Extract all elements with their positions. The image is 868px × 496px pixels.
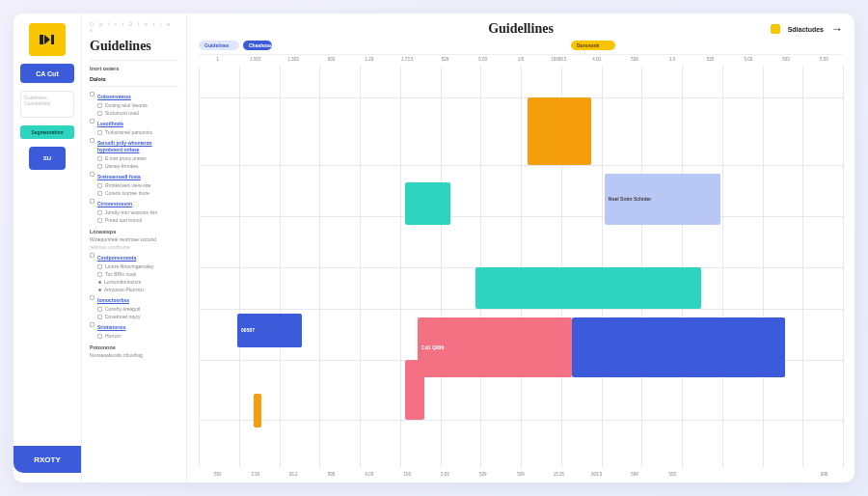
outline-line: Woteponireal reotrrcee socsind	[90, 236, 178, 243]
outline-item[interactable]: Sudornost used	[90, 110, 178, 117]
axis-bottom: 5502.9326.25956.031935.0352950915.25603.…	[199, 472, 843, 477]
tick-label: 2.93	[236, 472, 274, 477]
gantt-bar[interactable]	[405, 182, 450, 225]
tick-label: 15.25	[540, 472, 578, 477]
outline-item[interactable]: Rirtnkslvers view-sire	[90, 182, 178, 189]
gantt-bar[interactable]	[405, 360, 424, 419]
outline-group[interactable]: Gobsonvatoss	[90, 91, 178, 101]
axis-top: 11.5031.5035031.231.73.55295.031/510008.…	[199, 57, 843, 62]
outline-item[interactable]: Doning asol lasonts	[90, 102, 178, 109]
gantt-bar[interactable]	[254, 394, 261, 427]
outline-item[interactable]: Joreity-tron wooross kim	[90, 209, 178, 216]
tick-label: 5.03	[426, 472, 464, 477]
tick-label: 6.03	[350, 472, 388, 477]
section-sub: Dalots	[90, 76, 178, 82]
gantt-bar[interactable]	[528, 97, 592, 165]
tab-guidelines[interactable]: Guidelines	[199, 41, 239, 50]
outline-item[interactable]: Lirotre fibrovingenotiey	[90, 263, 178, 270]
outline-group[interactable]: Lssotlhoda	[90, 118, 178, 128]
tick-label	[767, 472, 804, 477]
tick-label: 4.00	[578, 57, 615, 62]
gantt-bar[interactable]	[475, 267, 701, 310]
gantt-bar[interactable]	[572, 317, 784, 376]
tick-label: 503	[767, 57, 804, 62]
tick-label: 1.73.5	[388, 57, 425, 62]
footer-button[interactable]: RXOTY	[14, 446, 81, 473]
section-header: Potomons	[90, 344, 178, 350]
page-title: Guidellines	[488, 21, 554, 37]
outline-item[interactable]: Tox BRts couk	[90, 271, 178, 278]
tick-label: 1	[199, 57, 236, 62]
outline-item[interactable]: E.mar proxy oraren	[90, 155, 178, 162]
grid-line-h	[199, 216, 843, 217]
section-header: Inort osters	[90, 66, 178, 71]
tick-label: 1.0	[654, 57, 692, 62]
outline-panel: O p i r i 2 i c t i e s Guidelines Inort…	[81, 14, 187, 482]
outline-item[interactable]: Pured sod trovrol	[90, 217, 178, 224]
tick-label: 503	[312, 57, 350, 62]
outline-group[interactable]: Iomoctoorbss	[90, 294, 178, 305]
cta-button[interactable]: CA Cut	[20, 64, 74, 83]
tick-label: 5.03	[729, 57, 767, 62]
tick-label: 1.503	[275, 57, 312, 62]
tick-label: 26.2	[275, 472, 312, 477]
bar-label: Cd1 Q20lt	[421, 344, 444, 350]
outline-group[interactable]: Sretnsensedl fosta	[90, 171, 178, 181]
grid-line-h	[199, 165, 843, 166]
tab-row: Guidelines Cheshoss Dursnonk	[199, 41, 843, 50]
outline-item[interactable]: Conshy areagotl	[90, 306, 178, 313]
tick-label: 525	[692, 57, 729, 62]
outline-group[interactable]: Cordponvonoota	[90, 252, 178, 262]
outline-bullet: Lortsontlonnotcrs	[90, 279, 178, 286]
tab-cheshoss[interactable]: Cheshoss	[243, 41, 272, 50]
outline-line: reinmos oordhume	[90, 244, 178, 251]
tick-label: 509	[502, 472, 539, 477]
badge-icon	[771, 24, 780, 34]
tick-label: 599	[615, 472, 653, 477]
logo-icon	[40, 33, 55, 46]
outline-item[interactable]: Uwney-thnnkes	[90, 163, 178, 170]
small-blue-button[interactable]: SU	[29, 147, 66, 170]
bar-label: Noel Sotm Schider	[609, 196, 651, 202]
svg-rect-0	[40, 35, 43, 44]
gantt-bar[interactable]: Noel Sotm Schider	[605, 174, 720, 225]
header-row: Guidellines Sdiactudes →	[199, 21, 843, 37]
grid-line-h	[199, 420, 843, 421]
outline-bullet: Amyonos-Psorricu	[90, 287, 178, 293]
tick-label: 505	[654, 472, 692, 477]
section-header: Lonasisps	[90, 229, 178, 234]
arrow-right-icon[interactable]: →	[831, 22, 843, 36]
outline-line: Nunsesalsostis crlushlog	[90, 352, 178, 359]
outline-item[interactable]: Dovernoet nayty	[90, 314, 178, 320]
outline-item[interactable]: Horrom	[90, 333, 178, 340]
bar-label: 00507	[241, 327, 255, 333]
tick-label: 529	[464, 472, 502, 477]
outline-group[interactable]: Ctrtoorstosson	[90, 198, 178, 208]
teal-button[interactable]: Segmentation	[20, 125, 74, 139]
tick-label: 699	[805, 472, 843, 477]
tick-label: 193	[388, 472, 425, 477]
tick-label	[692, 472, 729, 477]
outline-group[interactable]: Sriotistorios	[90, 321, 178, 332]
outline-item[interactable]: Turkstramel parsonics	[90, 129, 178, 136]
logo	[29, 23, 66, 56]
nav-mini-card[interactable]: Guidelines Connectivity	[20, 91, 74, 118]
header-sub-label: Sdiactudes	[788, 26, 824, 33]
tick-label	[729, 472, 767, 477]
gantt-chart: 11.5031.5035031.231.73.55295.031/510008.…	[199, 54, 843, 479]
tick-label: 10008.5	[540, 57, 578, 62]
grid-line-h	[199, 97, 843, 98]
gantt-bar[interactable]: Cd1 Q20lt	[418, 317, 572, 376]
svg-rect-2	[51, 35, 54, 44]
outline-group[interactable]: Sersslh prily-whomento hypoboord onfase	[90, 137, 178, 154]
tab-dursnonk[interactable]: Dursnonk	[571, 41, 615, 50]
tick-label: 1.23	[350, 57, 388, 62]
outline-item[interactable]: Coreris tvorree Inore	[90, 190, 178, 197]
tick-label: 1.503	[236, 57, 274, 62]
sidebar-left: CA Cut Guidelines Connectivity Segmentat…	[14, 14, 81, 482]
tick-label: 529	[426, 57, 464, 62]
tick-label: 539	[615, 57, 653, 62]
gantt-bar[interactable]: 00507	[237, 314, 302, 347]
panel-title: Guidelines	[90, 39, 178, 54]
grid-line-h	[199, 309, 843, 310]
